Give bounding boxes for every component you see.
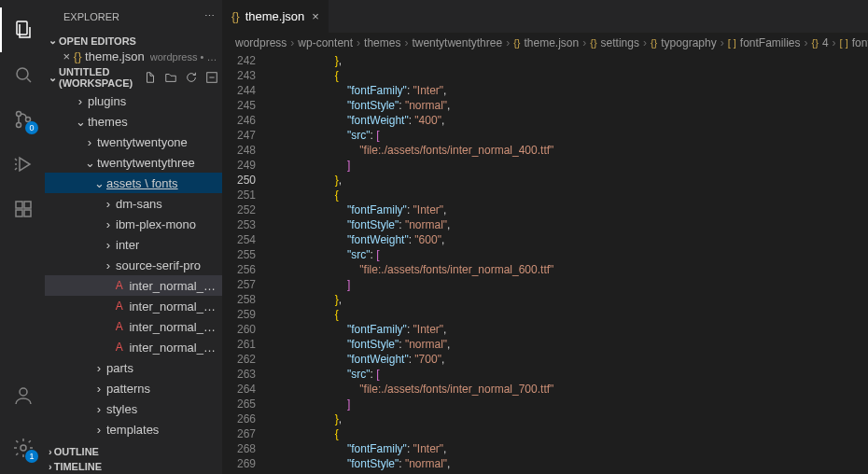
file-icon: A [113, 279, 125, 292]
tree-label: parts [106, 361, 133, 375]
tree-row[interactable]: Ainter_normal_500.ttf [45, 296, 222, 316]
chevron-icon: › [91, 361, 106, 375]
breadcrumbs[interactable]: wordpress›wp-content›themes›twentytwenty… [222, 33, 868, 53]
tree-label: patterns [106, 382, 150, 396]
breadcrumb-icon: {} [651, 37, 657, 49]
tree-label: ibm-plex-mono [116, 217, 196, 231]
breadcrumb-item[interactable]: wp-content [298, 36, 353, 49]
chevron-right-icon: › [49, 446, 52, 457]
tree-label: inter [116, 238, 139, 252]
explorer-more-icon[interactable]: ⋯ [204, 10, 215, 22]
new-file-icon[interactable] [144, 71, 157, 84]
file-icon: A [113, 300, 125, 313]
svg-point-1 [17, 68, 28, 79]
breadcrumb-item[interactable]: theme.json [525, 36, 580, 49]
svg-point-2 [17, 112, 21, 117]
tree-row[interactable]: ›twentytwentyone [45, 132, 222, 152]
activity-account-icon[interactable] [1, 373, 46, 418]
tree-row[interactable]: ⌄twentytwentythree [45, 152, 222, 173]
tree-row[interactable]: ⌄assets \ fonts [45, 173, 222, 193]
breadcrumb-item[interactable]: settings [601, 36, 639, 49]
open-editor-item[interactable]: ×{} theme.jsonwordpress • wp-conte... [45, 49, 222, 64]
file-icon: A [113, 341, 125, 354]
outline-header[interactable]: › OUTLINE [45, 444, 222, 459]
breadcrumb-item[interactable]: twentytwentythree [412, 36, 502, 49]
activity-settings-icon[interactable]: 1 [1, 425, 46, 470]
close-icon[interactable]: × [312, 9, 319, 23]
chevron-icon: › [91, 382, 106, 396]
tab-label: theme.json [245, 9, 305, 23]
tree-row[interactable]: ›patterns [45, 378, 222, 398]
tree-row[interactable]: ⌄themes [45, 111, 222, 132]
svg-rect-5 [16, 202, 22, 208]
tree-label: assets \ fonts [106, 176, 178, 190]
tree-row[interactable]: Ainter_normal_400.ttf [45, 275, 222, 296]
tree-row[interactable]: Ainter_normal_600.ttf [45, 316, 222, 337]
new-folder-icon[interactable] [164, 71, 177, 84]
tree-label: plugins [88, 94, 126, 108]
activity-extensions-icon[interactable] [1, 187, 46, 231]
tree-row[interactable]: ›inter [45, 234, 222, 255]
open-editors-header[interactable]: ⌄ OPEN EDITORS [45, 33, 222, 49]
collapse-icon[interactable] [205, 71, 218, 84]
scm-badge: 0 [25, 121, 38, 134]
tab-theme-json[interactable]: {} theme.json × [222, 0, 329, 33]
tree-label: themes [88, 115, 128, 129]
timeline-header[interactable]: › TIMELINE [45, 459, 222, 474]
tree-label: styles [106, 402, 137, 416]
chevron-icon: ⌄ [91, 176, 106, 190]
chevron-icon: › [101, 197, 116, 211]
svg-point-3 [17, 123, 21, 128]
breadcrumb-icon: [ ] [728, 37, 736, 49]
tree-label: inter_normal_600.ttf [129, 320, 218, 334]
code-content[interactable]: }, { "fontFamily": "Inter", "fontStyle":… [269, 53, 868, 474]
activity-debug-icon[interactable] [1, 142, 46, 187]
tree-row[interactable]: Ainter_normal_700.ttf [45, 337, 222, 357]
explorer-title: EXPLORER [63, 11, 119, 22]
sidebar: EXPLORER ⋯ ⌄ OPEN EDITORS ×{} theme.json… [45, 0, 222, 474]
breadcrumb-icon: {} [590, 37, 596, 49]
chevron-icon: › [101, 258, 116, 272]
activity-explorer-icon[interactable] [0, 7, 45, 52]
breadcrumb-item[interactable]: fontFace [852, 36, 868, 49]
breadcrumb-icon: {} [812, 37, 819, 49]
line-gutter: 2422432442452462472482492502512522532542… [222, 53, 269, 474]
tree-label: source-serif-pro [116, 258, 201, 272]
breadcrumb-item[interactable]: wordpress [235, 36, 287, 49]
tree-row[interactable]: ›ibm-plex-mono [45, 214, 222, 234]
tree-row[interactable]: ›templates [45, 419, 222, 439]
tree-label: twentytwentyone [97, 135, 188, 149]
chevron-icon: › [91, 402, 106, 416]
svg-rect-7 [24, 210, 31, 216]
explorer-header: EXPLORER ⋯ [45, 0, 222, 33]
refresh-icon[interactable] [185, 71, 198, 84]
chevron-icon: › [91, 423, 106, 437]
tree-row[interactable]: ›source-serif-pro [45, 255, 222, 275]
breadcrumb-item[interactable]: fontFamilies [740, 36, 801, 49]
close-icon[interactable]: × [62, 49, 72, 63]
tree-label: twentytwentythree [97, 156, 195, 170]
code-editor[interactable]: 2422432442452462472482492502512522532542… [222, 53, 868, 474]
chevron-icon: › [101, 217, 116, 231]
chevron-icon: ⌄ [73, 115, 88, 129]
workspace-header[interactable]: ⌄ UNTITLED (WORKSPACE) [45, 64, 222, 91]
chevron-icon: › [82, 135, 97, 149]
tree-label: inter_normal_700.ttf [129, 341, 218, 355]
tree-label: dm-sans [116, 197, 162, 211]
tree-row[interactable]: ›dm-sans [45, 193, 222, 214]
settings-badge: 1 [25, 450, 38, 463]
breadcrumb-item[interactable]: 4 [822, 36, 829, 49]
chevron-down-icon: ⌄ [49, 72, 57, 84]
editor: {} theme.json × wordpress›wp-content›the… [222, 0, 868, 474]
tree-row[interactable]: ›parts [45, 357, 222, 378]
activity-search-icon[interactable] [1, 52, 46, 97]
tree-row[interactable]: ›plugins [45, 91, 222, 111]
breadcrumb-item[interactable]: typography [661, 36, 716, 49]
json-icon: {} [74, 49, 82, 63]
json-icon: {} [231, 9, 240, 23]
file-tree[interactable]: ›plugins⌄themes›twentytwentyone⌄twentytw… [45, 91, 222, 444]
breadcrumb-item[interactable]: themes [364, 36, 400, 49]
chevron-icon: ⌄ [82, 156, 97, 170]
tree-row[interactable]: ›styles [45, 398, 222, 419]
activity-scm-icon[interactable]: 0 [1, 97, 46, 142]
